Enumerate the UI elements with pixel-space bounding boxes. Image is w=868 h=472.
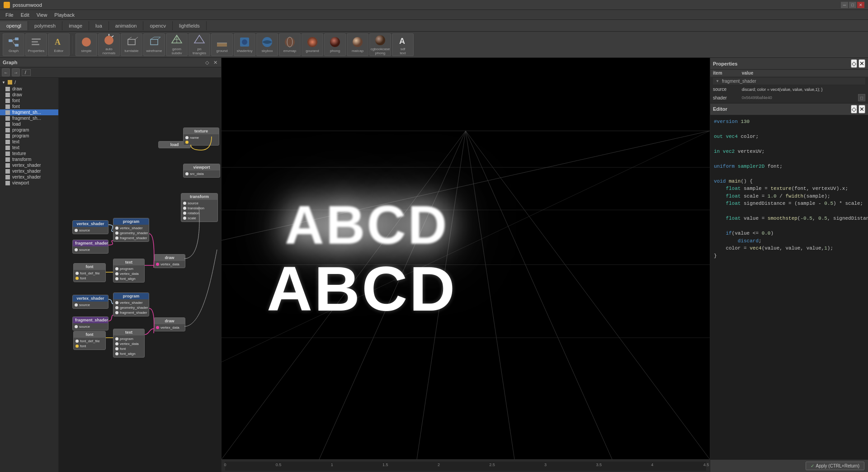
properties-minimize-btn[interactable]: ◇ xyxy=(851,59,857,68)
tool-shadertoy[interactable]: shadertoy xyxy=(234,33,255,56)
editor-content[interactable]: #version 130 out vec4 color; in vec2 ver… xyxy=(710,115,868,460)
tree-item-fragment-sh1[interactable]: fragment_sh... xyxy=(0,109,58,115)
tool-pn-triangles[interactable]: pntriangles xyxy=(189,33,210,56)
window-controls: ─ □ ✕ xyxy=(841,2,864,8)
node-vs2-body: source xyxy=(73,302,108,308)
tool-graph[interactable]: Graph xyxy=(3,33,24,56)
tool-sdf-text[interactable]: A sdftext xyxy=(392,33,414,56)
tree-item-vertex-shader2[interactable]: vertex_shader xyxy=(0,168,58,174)
tab-polymesh[interactable]: polymesh xyxy=(28,21,62,30)
node-transform[interactable]: transform source translation rotation sc… xyxy=(181,193,218,222)
apply-button[interactable]: ✓ Apply (CTRL+Return) xyxy=(806,462,864,470)
node-text-1[interactable]: text program vertex_data font_align xyxy=(113,259,145,283)
editor-close-btn[interactable]: ✕ xyxy=(859,105,865,113)
graph-back-btn[interactable]: ← xyxy=(2,68,10,76)
node-font-2[interactable]: font font_def_file font xyxy=(73,331,106,350)
node-vertex-shader-1[interactable]: vertex_shader source xyxy=(72,220,108,234)
tool-geom-subdiv[interactable]: geomsubdiv xyxy=(166,33,188,56)
graph-close-btn[interactable]: ✕ xyxy=(212,59,218,66)
node-fragment-shader-2[interactable]: fragment_shader source xyxy=(72,316,108,330)
node-texture[interactable]: texture name xyxy=(183,127,219,146)
graph-canvas[interactable]: load texture name viewport src_data xyxy=(59,78,221,472)
properties-tool-icon xyxy=(30,36,42,48)
tree-item-text2[interactable]: text xyxy=(0,145,58,151)
tab-lightfields[interactable]: lightfields xyxy=(173,21,207,30)
node-fragment-shader-1[interactable]: fragment_shader source xyxy=(72,240,108,254)
tree-item-texture[interactable]: texture xyxy=(0,151,58,156)
tree-item-text1[interactable]: text xyxy=(0,139,58,145)
tool-properties[interactable]: Properties xyxy=(25,33,47,56)
node-font-1[interactable]: font font_def_file font xyxy=(73,263,106,282)
port-dot xyxy=(75,272,79,275)
tool-matcap[interactable]: matcap xyxy=(347,33,368,56)
tool-ground[interactable]: ground xyxy=(211,33,233,56)
tree-item-font1[interactable]: font xyxy=(0,98,58,104)
minimize-button[interactable]: ─ xyxy=(841,2,848,8)
editor-tool-label: Editor xyxy=(54,49,64,53)
menu-playback[interactable]: Playback xyxy=(51,11,78,19)
graph-minimize-btn[interactable]: ◇ xyxy=(204,59,210,66)
tool-simple[interactable]: simple xyxy=(75,33,97,56)
tab-animation[interactable]: animation xyxy=(109,21,144,30)
node-program-1[interactable]: program vertex_shader geometry_shader fr… xyxy=(113,218,149,242)
graph-content: ▼ / draw draw font font xyxy=(0,78,221,472)
tree-item-viewport[interactable]: viewport xyxy=(0,180,58,186)
tab-lua[interactable]: lua xyxy=(89,21,109,30)
pn-triangles-label: pntriangles xyxy=(193,47,206,56)
tree-item-vertex-shader3[interactable]: vertex_shader xyxy=(0,174,58,180)
port-dot xyxy=(183,217,186,220)
editor-minimize-btn[interactable]: ◇ xyxy=(851,105,857,113)
tree-item-vertex-shader1[interactable]: vertex_shader xyxy=(0,162,58,168)
tool-envmap[interactable]: envmap xyxy=(279,33,301,56)
menu-edit[interactable]: Edit xyxy=(17,11,33,19)
tab-opengl[interactable]: opengl xyxy=(0,21,28,30)
tab-opencv[interactable]: opencv xyxy=(143,21,172,30)
sdf-text-label: sdftext xyxy=(400,47,406,56)
timeline-label-0: 0 xyxy=(224,463,226,467)
tool-editor[interactable]: A Editor xyxy=(48,33,70,56)
menu-file[interactable]: File xyxy=(2,11,17,19)
node-draw-1[interactable]: draw vertex_data xyxy=(154,254,185,268)
tree-item-program1[interactable]: program xyxy=(0,127,58,133)
tab-image[interactable]: image xyxy=(62,21,89,30)
tool-phong[interactable]: phong xyxy=(324,33,346,56)
prop-value-source[interactable]: discard; color = vec4(value, value, valu… xyxy=(739,86,868,93)
tree-item-draw1[interactable]: draw xyxy=(0,86,58,92)
tree-item-label: text xyxy=(12,145,19,150)
close-button[interactable]: ✕ xyxy=(857,2,864,8)
port-dot xyxy=(75,340,79,343)
tool-auto-normals[interactable]: autonormals xyxy=(98,33,120,56)
svg-point-29 xyxy=(285,37,295,47)
tree-item-font2[interactable]: font xyxy=(0,104,58,109)
timeline-label-0-5: 0.5 xyxy=(276,463,282,467)
tree-item-transform[interactable]: transform xyxy=(0,156,58,162)
prop-value-shader: 0x56499baf4e40 □ xyxy=(739,93,868,103)
tool-gourand[interactable]: gourand xyxy=(302,33,323,56)
prop-expand-btn[interactable]: □ xyxy=(858,94,865,101)
node-text-2[interactable]: text program vertex_data font font_align xyxy=(113,329,145,358)
maximize-button[interactable]: □ xyxy=(849,2,856,8)
properties-close-btn[interactable]: ✕ xyxy=(859,59,865,68)
tool-cgbookcase-phong[interactable]: cgbookcasephong xyxy=(369,33,391,56)
tool-wireframe[interactable]: wireframe xyxy=(143,33,165,56)
node-viewport[interactable]: viewport src_data xyxy=(183,164,220,178)
tree-root-item[interactable]: ▼ / xyxy=(0,79,58,86)
viewport-abcd-blurred: ABCD xyxy=(285,194,449,256)
tool-skybox[interactable]: skybox xyxy=(256,33,278,56)
folder-icon xyxy=(8,80,12,85)
node-program-2[interactable]: program vertex_shader geometry_shader fr… xyxy=(113,293,149,316)
timeline-ruler[interactable]: 0 0.5 1 1.5 2 2.5 3 3.5 4 4.5 xyxy=(225,462,706,471)
tool-turntable[interactable]: turntable xyxy=(121,33,142,56)
port-dot xyxy=(115,272,118,275)
node-draw-2[interactable]: draw vertex_data xyxy=(154,317,185,331)
tree-item-program2[interactable]: program xyxy=(0,133,58,139)
viewport-canvas[interactable]: ABCD ABCD xyxy=(222,58,710,459)
tree-item-draw2[interactable]: draw xyxy=(0,92,58,98)
node-vertex-shader-2[interactable]: vertex_shader source xyxy=(72,295,108,309)
tree-item-load[interactable]: load xyxy=(0,121,58,127)
menu-view[interactable]: View xyxy=(33,11,51,19)
graph-forward-btn[interactable]: → xyxy=(12,68,20,76)
tree-item-fragment-sh2[interactable]: fragment_sh... xyxy=(0,115,58,121)
port-dot xyxy=(75,229,78,232)
tree-item-label: program xyxy=(12,133,29,138)
